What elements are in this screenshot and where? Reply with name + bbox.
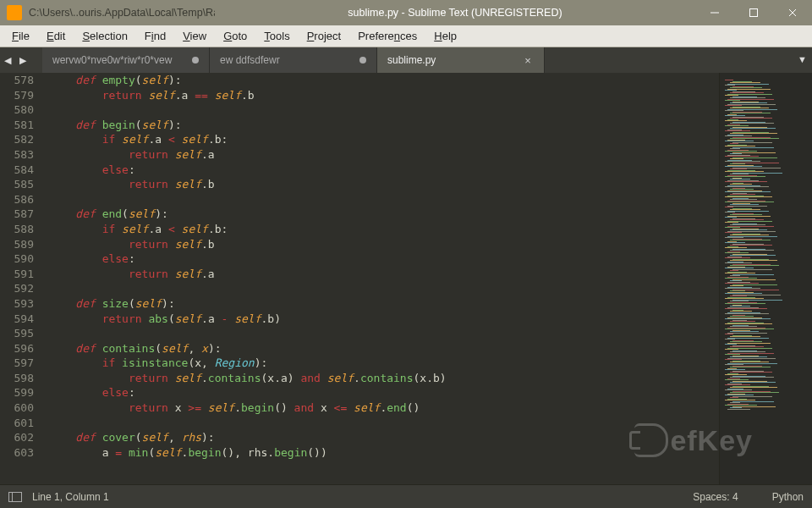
line-number: 592 bbox=[0, 281, 34, 296]
minimap-line bbox=[727, 206, 767, 207]
code-line: else: bbox=[41, 251, 719, 267]
line-number: 588 bbox=[0, 222, 34, 237]
line-number: 598 bbox=[0, 371, 34, 386]
menu-tools[interactable]: Tools bbox=[255, 27, 298, 45]
line-number: 584 bbox=[0, 163, 34, 178]
code-line: def begin(self): bbox=[41, 118, 719, 133]
tab-close-icon[interactable]: × bbox=[522, 54, 534, 66]
code-line bbox=[41, 416, 719, 431]
minimap-line bbox=[725, 303, 765, 304]
minimap-line bbox=[727, 333, 767, 334]
minimap-line bbox=[725, 308, 767, 309]
line-number: 596 bbox=[0, 341, 34, 356]
code-line: else: bbox=[41, 385, 719, 400]
panel-switch-icon[interactable] bbox=[8, 492, 22, 502]
line-number: 599 bbox=[0, 385, 34, 400]
code-line bbox=[41, 192, 719, 207]
menu-help[interactable]: Help bbox=[425, 27, 465, 45]
tab-label: sublime.py bbox=[387, 54, 515, 66]
code-line bbox=[41, 102, 719, 118]
status-syntax[interactable]: Python bbox=[772, 491, 804, 503]
code-line bbox=[41, 326, 719, 341]
window-title: sublime.py - Sublime Text (UNREGISTERED) bbox=[215, 7, 695, 19]
code-line: return abs(self.a - self.b) bbox=[41, 312, 719, 327]
code-line: def size(self): bbox=[41, 296, 719, 312]
code-line: return self.a == self.b bbox=[41, 88, 719, 103]
line-number: 581 bbox=[0, 118, 34, 133]
code-line: def contains(self, x): bbox=[41, 341, 719, 356]
tab-wervw0-nve0w-riw-r0-vew[interactable]: wervw0*nve0w*riw*r0*vew bbox=[42, 47, 210, 73]
code-line: if self.a < self.b: bbox=[41, 222, 719, 237]
status-indent[interactable]: Spaces: 4 bbox=[693, 491, 738, 503]
line-number: 602 bbox=[0, 430, 34, 445]
menu-find[interactable]: Find bbox=[136, 27, 174, 45]
line-number: 590 bbox=[0, 251, 34, 267]
editor-area: 5785795805815825835845855865875885895905… bbox=[0, 73, 812, 484]
tab-label: wervw0*nve0w*riw*r0*vew bbox=[52, 54, 185, 66]
code-editor[interactable]: def empty(self): return self.a == self.b… bbox=[41, 73, 719, 484]
maximize-button[interactable] bbox=[734, 0, 773, 25]
tab-dirty-indicator bbox=[359, 57, 366, 64]
minimap[interactable] bbox=[719, 73, 812, 484]
line-number: 597 bbox=[0, 356, 34, 371]
minimap-line bbox=[727, 409, 750, 410]
code-line: def cover(self, rhs): bbox=[41, 430, 719, 445]
code-line: return self.b bbox=[41, 237, 719, 252]
menu-preferences[interactable]: Preferences bbox=[349, 27, 425, 45]
line-number: 591 bbox=[0, 267, 34, 282]
menu-goto[interactable]: Goto bbox=[215, 27, 255, 45]
line-number: 600 bbox=[0, 400, 34, 416]
line-number: 601 bbox=[0, 416, 34, 431]
code-line: return self.a bbox=[41, 267, 719, 282]
title-bar[interactable]: C:\Users\..ouris.AppData\Local\Temp\Rar$… bbox=[0, 0, 812, 25]
tab-dirty-indicator bbox=[192, 57, 199, 64]
minimap-line bbox=[732, 269, 772, 270]
minimap-line bbox=[725, 186, 769, 187]
code-line: a = min(self.begin(), rhs.begin()) bbox=[41, 445, 719, 461]
line-number: 589 bbox=[0, 237, 34, 252]
tab-dropdown-icon[interactable]: ▼ bbox=[798, 54, 807, 64]
svg-rect-1 bbox=[750, 9, 758, 17]
nav-forward-button[interactable]: ▶ bbox=[15, 47, 30, 73]
line-number: 593 bbox=[0, 296, 34, 312]
line-number: 578 bbox=[0, 73, 34, 88]
close-button[interactable] bbox=[773, 0, 812, 25]
line-number: 586 bbox=[0, 192, 34, 207]
line-number: 583 bbox=[0, 147, 34, 163]
menu-view[interactable]: View bbox=[174, 27, 215, 45]
tab-row: ◀ ▶ wervw0*nve0w*riw*r0*vewew ddfsdfewrs… bbox=[0, 47, 812, 73]
code-line: if isinstance(x, Region): bbox=[41, 356, 719, 371]
line-number: 595 bbox=[0, 326, 34, 341]
code-line: return self.b bbox=[41, 177, 719, 192]
nav-back-button[interactable]: ◀ bbox=[0, 47, 15, 73]
minimap-line bbox=[725, 313, 769, 314]
minimap-line bbox=[732, 396, 772, 397]
code-line: return self.contains(x.a) and self.conta… bbox=[41, 371, 719, 386]
code-line bbox=[41, 281, 719, 296]
code-line: def end(self): bbox=[41, 207, 719, 222]
tab-label: ew ddfsdfewr bbox=[220, 54, 353, 66]
menu-project[interactable]: Project bbox=[299, 27, 349, 45]
line-number: 587 bbox=[0, 207, 34, 222]
code-line: return x >= self.begin() and x <= self.e… bbox=[41, 400, 719, 416]
minimap-line bbox=[725, 176, 765, 177]
line-number: 580 bbox=[0, 102, 34, 118]
minimap-line bbox=[732, 142, 772, 143]
tab-ew-ddfsdfewr[interactable]: ew ddfsdfewr bbox=[210, 47, 377, 73]
status-position[interactable]: Line 1, Column 1 bbox=[32, 491, 659, 503]
minimize-button[interactable] bbox=[695, 0, 734, 25]
menu-edit[interactable]: Edit bbox=[38, 27, 74, 45]
code-line: return self.a bbox=[41, 147, 719, 163]
menu-selection[interactable]: Selection bbox=[74, 27, 135, 45]
app-icon bbox=[7, 5, 22, 20]
status-bar: Line 1, Column 1 Spaces: 4 Python bbox=[0, 484, 812, 508]
code-line: def empty(self): bbox=[41, 73, 719, 88]
code-line: else: bbox=[41, 163, 719, 178]
window-path: C:\Users\..ouris.AppData\Local\Temp\Rar$… bbox=[29, 7, 215, 19]
menu-file[interactable]: File bbox=[3, 27, 38, 45]
line-number: 594 bbox=[0, 312, 34, 327]
line-number: 579 bbox=[0, 88, 34, 103]
line-number: 603 bbox=[0, 445, 34, 461]
line-number-gutter[interactable]: 5785795805815825835845855865875885895905… bbox=[0, 73, 41, 484]
tab-sublime-py[interactable]: sublime.py× bbox=[377, 47, 545, 73]
